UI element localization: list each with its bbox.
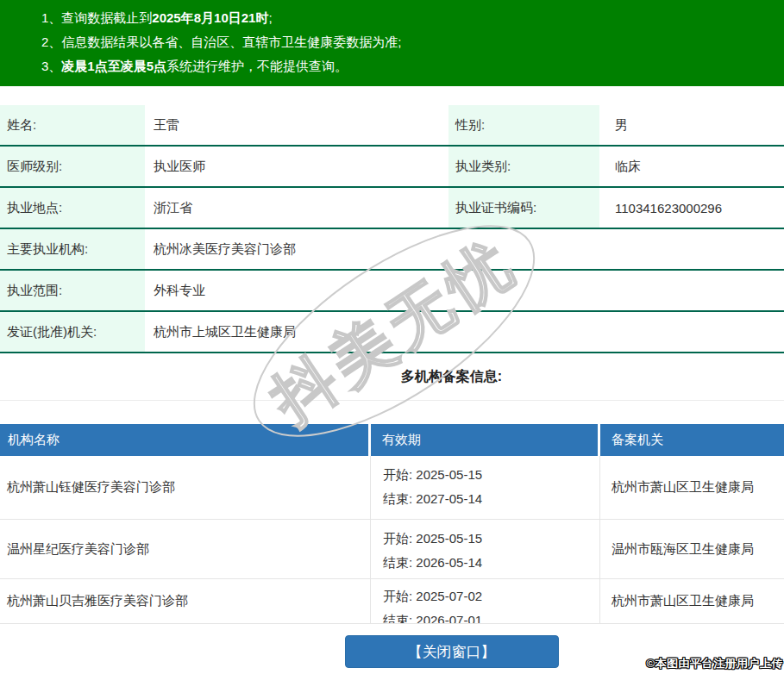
field-label-name: 姓名: — [0, 105, 145, 145]
table-row: 杭州萧山贝吉雅医疗美容门诊部 开始: 2025-07-02 结束: 2026-0… — [0, 579, 784, 624]
section-title-wrap: 多机构备案信息: — [0, 353, 784, 400]
column-header-institution-name: 机构名称 — [0, 424, 371, 456]
notice-line-3: 3、凌晨1点至凌晨5点系统进行维护，不能提供查询。 — [41, 54, 784, 78]
field-value-practice-scope: 外科专业 — [145, 271, 784, 310]
field-value-main-institution: 杭州冰美医疗美容门诊部 — [145, 229, 784, 269]
query-result-page: 1、查询数据截止到2025年8月10日21时; 2、信息数据结果以各省、自治区、… — [0, 0, 784, 674]
table-row: 杭州萧山钰健医疗美容门诊部 开始: 2025-05-15 结束: 2027-05… — [0, 456, 784, 520]
field-value-doctor-level: 执业医师 — [145, 147, 448, 186]
notice-num: 2、 — [41, 34, 61, 49]
institution-name: 杭州萧山贝吉雅医疗美容门诊部 — [0, 579, 371, 623]
field-label-doctor-level: 医师级别: — [0, 147, 145, 186]
institution-name: 杭州萧山钰健医疗美容门诊部 — [0, 456, 371, 519]
institutions-table: 机构名称 有效期 备案机关 杭州萧山钰健医疗美容门诊部 开始: 2025-05-… — [0, 424, 784, 624]
registration-authority: 温州市瓯海区卫生健康局 — [600, 520, 784, 578]
validity-end: 结束: 2026-05-14 — [383, 551, 599, 575]
table-row: 医师级别: 执业医师 执业类别: 临床 — [0, 147, 784, 188]
validity-end: 结束: 2027-05-14 — [383, 487, 599, 511]
field-label-practice-category: 执业类别: — [448, 147, 599, 186]
divider — [0, 400, 784, 401]
table-row: 执业范围: 外科专业 — [0, 271, 784, 312]
field-value-practice-location: 浙江省 — [145, 188, 448, 228]
table-row: 温州星纪医疗美容门诊部 开始: 2025-05-15 结束: 2026-05-1… — [0, 520, 784, 579]
notice-text-bold: 2025年8月10日21时 — [152, 10, 268, 25]
page-content: 1、查询数据截止到2025年8月10日21时; 2、信息数据结果以各省、自治区、… — [0, 0, 784, 668]
validity-start: 开始: 2025-05-15 — [383, 463, 599, 487]
notice-text: 查询数据截止到 — [61, 10, 152, 25]
notice-text: ; — [268, 10, 272, 25]
validity-period: 开始: 2025-05-15 结束: 2026-05-14 — [371, 520, 600, 578]
validity-period: 开始: 2025-05-15 结束: 2027-05-14 — [371, 456, 600, 519]
field-value-issuing-authority: 杭州市上城区卫生健康局 — [145, 312, 784, 352]
field-label-issuing-authority: 发证(批准)机关: — [0, 312, 145, 352]
column-header-authority: 备案机关 — [600, 424, 784, 456]
notice-text: 系统进行维护，不能提供查询。 — [166, 59, 348, 73]
table-row: 姓名: 王雷 性别: 男 — [0, 105, 784, 147]
field-value-practice-category: 临床 — [601, 147, 784, 186]
field-label-practice-location: 执业地点: — [0, 188, 145, 228]
validity-start: 开始: 2025-05-15 — [383, 527, 599, 551]
field-value-name: 王雷 — [145, 105, 448, 145]
table-row: 执业地点: 浙江省 执业证书编码: 110341623000296 — [0, 188, 784, 229]
field-label-main-institution: 主要执业机构: — [0, 229, 145, 269]
close-window-button[interactable]: 【关闭窗口】 — [345, 635, 559, 668]
notice-line-1: 1、查询数据截止到2025年8月10日21时; — [41, 6, 784, 30]
credit-watermark: ©本图由平台注册用户上传 — [646, 656, 783, 671]
notice-banner: 1、查询数据截止到2025年8月10日21时; 2、信息数据结果以各省、自治区、… — [0, 0, 784, 86]
field-label-gender: 性别: — [448, 105, 599, 145]
institutions-table-header: 机构名称 有效期 备案机关 — [0, 424, 784, 456]
column-header-validity: 有效期 — [371, 424, 600, 456]
section-title-multi-institution: 多机构备案信息: — [401, 368, 502, 386]
table-row: 发证(批准)机关: 杭州市上城区卫生健康局 — [0, 312, 784, 353]
field-label-practice-scope: 执业范围: — [0, 271, 145, 310]
doctor-info-table: 姓名: 王雷 性别: 男 医师级别: 执业医师 执业类别: 临床 执业地点: 浙… — [0, 105, 784, 353]
validity-end: 结束: 2026-07-01 — [383, 608, 599, 624]
notice-text: 信息数据结果以各省、自治区、直辖市卫生健康委数据为准; — [61, 34, 401, 49]
institution-name: 温州星纪医疗美容门诊部 — [0, 520, 371, 578]
field-label-certificate-no: 执业证书编码: — [448, 188, 599, 228]
notice-text-bold: 凌晨1点至凌晨5点 — [61, 59, 166, 73]
validity-period: 开始: 2025-07-02 结束: 2026-07-01 — [371, 579, 600, 623]
table-row: 主要执业机构: 杭州冰美医疗美容门诊部 — [0, 229, 784, 271]
validity-start: 开始: 2025-07-02 — [383, 584, 599, 608]
registration-authority: 杭州市萧山区卫生健康局 — [600, 579, 784, 623]
registration-authority: 杭州市萧山区卫生健康局 — [600, 456, 784, 519]
notice-num: 1、 — [41, 10, 61, 25]
notice-line-2: 2、信息数据结果以各省、自治区、直辖市卫生健康委数据为准; — [41, 30, 784, 54]
field-value-certificate-no: 110341623000296 — [601, 188, 784, 228]
notice-num: 3、 — [41, 59, 61, 73]
field-value-gender: 男 — [601, 105, 784, 145]
